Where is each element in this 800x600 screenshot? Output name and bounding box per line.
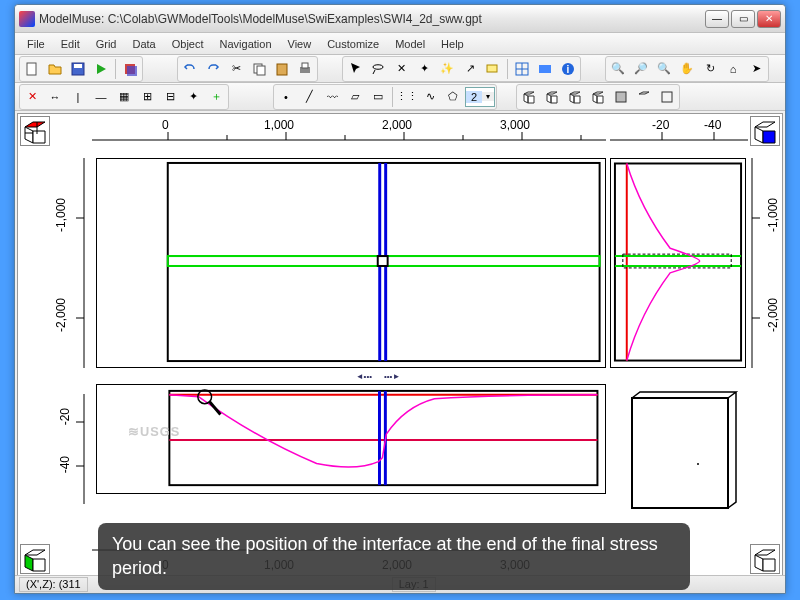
select-point-icon[interactable]: ✕ (390, 58, 412, 80)
save-icon[interactable] (67, 58, 89, 80)
menu-data[interactable]: Data (124, 36, 163, 52)
box3d-7-icon[interactable] (656, 86, 678, 108)
color-band-icon[interactable] (534, 58, 556, 80)
zoom-out-icon[interactable]: 🔎 (630, 58, 652, 80)
select-crosshair-icon[interactable]: ✦ (413, 58, 435, 80)
menu-file[interactable]: File (19, 36, 53, 52)
svg-rect-47 (615, 163, 741, 360)
paste-icon[interactable] (271, 58, 293, 80)
svg-rect-18 (662, 92, 672, 102)
grid-icon[interactable]: ▦ (113, 86, 135, 108)
grid-split-icon[interactable]: ⊟ (159, 86, 181, 108)
plot-front-view[interactable]: ≋USGS (96, 384, 606, 494)
top-view-cube-icon[interactable] (20, 116, 50, 146)
grid-view-icon[interactable] (511, 58, 533, 80)
pointer-icon[interactable] (344, 58, 366, 80)
copy-icon[interactable] (248, 58, 270, 80)
curve-icon[interactable]: ∿ (419, 86, 441, 108)
zoom-fit-icon[interactable]: 🔍 (653, 58, 675, 80)
pointer2-icon[interactable]: ➤ (745, 58, 767, 80)
rect-icon[interactable]: ▭ (367, 86, 389, 108)
add-green-icon[interactable]: ＋ (205, 86, 227, 108)
open-file-icon[interactable] (44, 58, 66, 80)
maximize-button[interactable]: ▭ (731, 10, 755, 28)
vline-icon[interactable]: | (67, 86, 89, 108)
menu-help[interactable]: Help (433, 36, 472, 52)
menu-navigation[interactable]: Navigation (212, 36, 280, 52)
delete-x-icon[interactable]: ✕ (21, 86, 43, 108)
menu-edit[interactable]: Edit (53, 36, 88, 52)
polygon-icon[interactable]: ▱ (344, 86, 366, 108)
polyline-icon[interactable]: 〰 (321, 86, 343, 108)
titlebar: ModelMuse: C:\Colab\GWModelTools\ModelMu… (15, 5, 785, 33)
caption-text: You can see the position of the interfac… (112, 534, 658, 577)
box3d-1-icon[interactable] (518, 86, 540, 108)
svg-rect-4 (127, 66, 137, 76)
redo-icon[interactable] (202, 58, 224, 80)
move-icon[interactable]: ↔ (44, 86, 66, 108)
app-icon (19, 11, 35, 27)
menu-view[interactable]: View (280, 36, 320, 52)
subdivide-icon[interactable]: ⊞ (136, 86, 158, 108)
add-surface-icon[interactable]: ✦ (182, 86, 204, 108)
run-icon[interactable] (90, 58, 112, 80)
window-title: ModelMuse: C:\Colab\GWModelTools\ModelMu… (39, 12, 705, 26)
svg-rect-0 (27, 63, 36, 75)
edit-vertex-icon[interactable]: ↗ (459, 58, 481, 80)
plot-3d-view[interactable] (610, 384, 746, 524)
wand-icon[interactable]: ✨ (436, 58, 458, 80)
3d-view-cube-icon[interactable] (750, 544, 780, 574)
layer-spinner[interactable]: ▾ (465, 87, 495, 107)
box3d-5-icon[interactable] (610, 86, 632, 108)
ruler-left-lower: -20 -40 (52, 394, 92, 504)
svg-rect-52 (169, 391, 597, 485)
caption-overlay: You can see the position of the interfac… (98, 523, 690, 590)
pan-icon[interactable]: ✋ (676, 58, 698, 80)
info-icon[interactable]: i (557, 58, 579, 80)
home-view-icon[interactable]: ⌂ (722, 58, 744, 80)
toolbar-row-1: ✂ ✕ ✦ ✨ ↗ i 🔍 🔎 🔍 ✋ ↻ ⌂ ➤ (15, 55, 785, 83)
status-coord: (X',Z): (311 (19, 577, 88, 592)
menubar: File Edit Grid Data Object Navigation Vi… (15, 33, 785, 55)
new-file-icon[interactable] (21, 58, 43, 80)
ruler-top-right: -20 -40 (610, 114, 748, 146)
line-icon[interactable]: ╱ (298, 86, 320, 108)
menu-model[interactable]: Model (387, 36, 433, 52)
box3d-4-icon[interactable] (587, 86, 609, 108)
ruler-right-upper: -1,000 -2,000 (748, 158, 780, 368)
zoom-in-icon[interactable]: 🔍 (607, 58, 629, 80)
box3d-6-icon[interactable] (633, 86, 655, 108)
plot-side-view[interactable] (610, 158, 746, 368)
dots-icon[interactable]: ⋮⋮ (396, 86, 418, 108)
front-view-cube-icon[interactable] (20, 544, 50, 574)
menu-object[interactable]: Object (164, 36, 212, 52)
svg-rect-14 (539, 65, 551, 73)
shape-icon[interactable]: ⬠ (442, 86, 464, 108)
svg-rect-7 (277, 64, 287, 75)
layer-spinner-value[interactable] (466, 91, 482, 103)
svg-rect-46 (378, 256, 388, 266)
hline-icon[interactable]: — (90, 86, 112, 108)
print-icon[interactable] (294, 58, 316, 80)
select-lasso-icon[interactable] (367, 58, 389, 80)
svg-rect-2 (74, 64, 82, 68)
menu-grid[interactable]: Grid (88, 36, 125, 52)
box3d-2-icon[interactable] (541, 86, 563, 108)
toolbar-row-2: ✕ ↔ | — ▦ ⊞ ⊟ ✦ ＋ • ╱ 〰 ▱ ▭ ⋮⋮ ∿ ⬠ ▾ (15, 83, 785, 111)
refresh-icon[interactable]: ↻ (699, 58, 721, 80)
close-button[interactable]: ✕ (757, 10, 781, 28)
box3d-3-icon[interactable] (564, 86, 586, 108)
menu-customize[interactable]: Customize (319, 36, 387, 52)
point-icon[interactable]: • (275, 86, 297, 108)
horizontal-splitter[interactable]: ◄••••••► (318, 372, 438, 380)
cut-icon[interactable]: ✂ (225, 58, 247, 80)
plot-top-view[interactable] (96, 158, 606, 368)
label-icon[interactable] (482, 58, 504, 80)
undo-icon[interactable] (179, 58, 201, 80)
side-view-cube-icon[interactable] (750, 116, 780, 146)
watermark: ≋USGS (128, 424, 180, 439)
layers-icon[interactable] (119, 58, 141, 80)
minimize-button[interactable]: — (705, 10, 729, 28)
svg-rect-9 (302, 63, 308, 68)
ruler-top-main: 0 1,000 2,000 3,000 (92, 114, 606, 146)
